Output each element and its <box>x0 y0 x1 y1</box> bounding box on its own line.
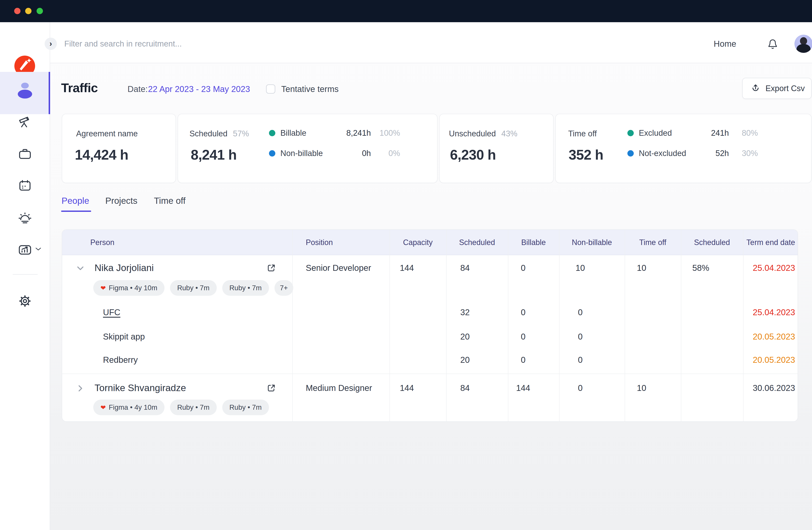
column-divider <box>292 230 293 422</box>
export-csv-button[interactable]: Export Csv <box>742 78 812 99</box>
tab-people[interactable]: People <box>61 196 89 206</box>
col-person[interactable]: Person <box>90 238 114 247</box>
tab-projects[interactable]: Projects <box>105 196 137 206</box>
cell-non-billable: 0 <box>578 383 583 393</box>
cell-term-end-date: 20.05.2023 <box>753 355 795 365</box>
project-link[interactable]: Skippit app <box>103 332 145 341</box>
col-non-billable[interactable]: Non-billable <box>572 238 612 247</box>
stat-percent: 57% <box>233 129 249 138</box>
cell-billable: 0 <box>521 332 525 341</box>
col-scheduled[interactable]: Scheduled <box>459 238 495 247</box>
col-capacity[interactable]: Capacity <box>403 238 433 247</box>
cell-term-end-date: 25.04.2023 <box>753 308 795 317</box>
person-name[interactable]: Tornike Shvangiradze <box>95 382 186 394</box>
collapse-row-chevron-down-icon[interactable] <box>76 264 85 273</box>
sidebar-collapse-button[interactable]: › <box>45 38 57 50</box>
column-divider <box>625 230 625 422</box>
column-divider <box>743 230 743 422</box>
home-link[interactable]: Home <box>714 39 736 49</box>
notifications-bell-icon[interactable] <box>767 38 778 50</box>
skill-tag: Ruby • 7m <box>170 400 217 415</box>
legend-label: Excluded <box>639 129 672 138</box>
cell-scheduled: 84 <box>460 263 470 273</box>
window-close-button[interactable] <box>14 8 20 14</box>
legend-hours: 8,241h <box>346 129 371 138</box>
page-title: Traffic <box>61 80 98 95</box>
billable-dot-icon <box>269 130 275 136</box>
heart-icon: ❤ <box>100 404 106 411</box>
sidebar-item-sunset[interactable] <box>18 211 32 224</box>
stat-card-agreement: Agreement name 14,424 h <box>62 114 176 183</box>
cell-time-off: 10 <box>637 383 647 393</box>
stat-label: Agreement name <box>76 129 138 138</box>
cell-non-billable: 0 <box>578 355 583 365</box>
col-position[interactable]: Position <box>306 238 333 247</box>
sidebar-item-briefcase[interactable] <box>18 147 32 161</box>
app-header: Home <box>50 22 812 63</box>
search-input[interactable] <box>64 36 360 51</box>
window-titlebar <box>0 0 812 22</box>
stat-value: 352 h <box>569 147 603 163</box>
tentative-terms-label: Tentative terms <box>281 84 338 94</box>
user-avatar[interactable] <box>795 35 812 53</box>
cell-non-billable: 0 <box>578 308 583 317</box>
legend-hours: 0h <box>362 149 371 158</box>
sidebar-item-calendar[interactable] <box>18 179 32 192</box>
heart-icon: ❤ <box>100 284 106 292</box>
column-divider <box>446 230 447 422</box>
non-billable-dot-icon <box>269 150 275 157</box>
legend-percent: 100% <box>380 129 400 138</box>
cell-term-end-date: 25.04.2023 <box>753 263 795 273</box>
stat-value: 8,241 h <box>191 147 237 163</box>
cell-scheduled: 20 <box>460 355 470 365</box>
window-minimize-button[interactable] <box>25 8 31 14</box>
sidebar-item-reports-chart[interactable] <box>18 243 32 257</box>
chevron-down-icon[interactable] <box>35 248 41 251</box>
legend-label: Billable <box>280 129 306 138</box>
col-term-end-date[interactable]: Term end date <box>746 238 795 247</box>
stat-value: 14,424 h <box>75 147 128 163</box>
project-link[interactable]: Redberry <box>103 355 138 365</box>
more-tags-badge[interactable]: 7+ <box>274 280 293 296</box>
cell-term-end-date: 30.06.2023 <box>753 383 795 393</box>
cell-billable: 0 <box>521 263 525 273</box>
skill-tag: Ruby • 7m <box>222 280 269 296</box>
date-range-picker[interactable]: 22 Apr 2023 - 23 May 2023 <box>148 84 250 94</box>
cell-position: Medium Designer <box>306 383 372 393</box>
legend-label: Not-excluded <box>639 149 686 158</box>
legend-row-non-billable: Non-billable <box>269 149 323 158</box>
stat-value: 6,230 h <box>450 147 496 163</box>
window-zoom-button[interactable] <box>37 8 43 14</box>
tab-time-off[interactable]: Time off <box>154 196 186 206</box>
cell-term-end-date: 20.05.2023 <box>753 332 795 341</box>
skill-tags: ❤Figma • 4y 10m Ruby • 7m Ruby • 7m <box>93 400 269 415</box>
legend-percent: 0% <box>389 149 400 158</box>
stat-label: Time off <box>568 129 597 138</box>
date-label: Date: <box>128 84 148 94</box>
people-table: Person Position Capacity Scheduled Billa… <box>62 230 798 422</box>
legend-percent: 30% <box>742 149 758 158</box>
sidebar-item-settings-gear[interactable] <box>18 294 32 308</box>
person-name[interactable]: Nika Jorjoliani <box>95 262 154 273</box>
tentative-terms-checkbox[interactable] <box>266 84 275 94</box>
sidebar-item-telescope[interactable] <box>18 115 32 129</box>
legend-row-excluded: Excluded <box>627 129 672 138</box>
cell-non-billable: 10 <box>576 263 585 273</box>
col-scheduled-percent[interactable]: Scheduled <box>694 238 730 247</box>
open-profile-external-link-icon[interactable] <box>266 383 276 393</box>
excluded-dot-icon <box>627 130 634 136</box>
row-divider <box>62 373 798 374</box>
col-time-off[interactable]: Time off <box>639 238 666 247</box>
skill-tag: ❤Figma • 4y 10m <box>93 400 164 415</box>
project-link[interactable]: UFC <box>103 308 120 317</box>
col-billable[interactable]: Billable <box>521 238 546 247</box>
cell-billable: 144 <box>516 383 530 393</box>
open-profile-external-link-icon[interactable] <box>266 263 276 273</box>
expand-row-chevron-right-icon[interactable] <box>76 384 85 393</box>
export-csv-label: Export Csv <box>766 84 805 93</box>
legend-hours: 52h <box>715 149 729 158</box>
cell-non-billable: 0 <box>578 332 583 341</box>
legend-row-not-excluded: Not-excluded <box>627 149 686 158</box>
cell-billable: 0 <box>521 355 525 365</box>
cell-scheduled: 84 <box>460 383 470 393</box>
